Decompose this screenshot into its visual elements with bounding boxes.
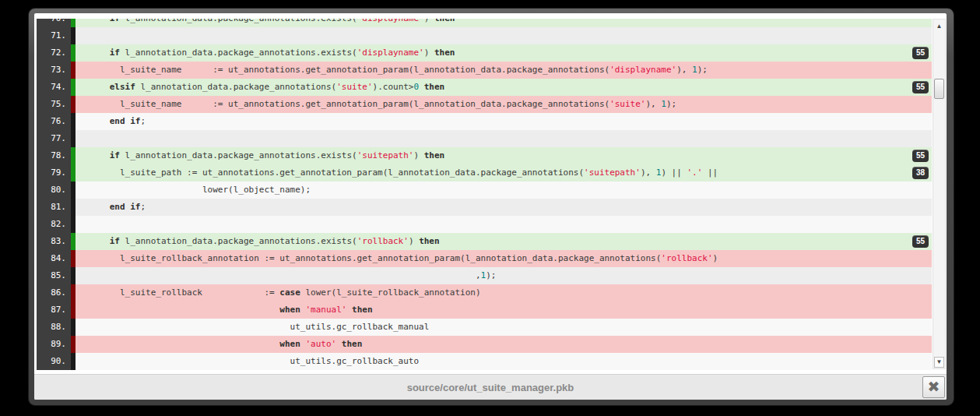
line-number: 71. bbox=[37, 27, 71, 44]
code-text: if l_annotation_data.package_annotations… bbox=[76, 19, 932, 27]
line-number: 79. bbox=[37, 164, 71, 182]
code-line: 77. bbox=[37, 130, 932, 147]
code-line: 72. if l_annotation_data.package_annotat… bbox=[37, 44, 932, 62]
line-number: 78. bbox=[37, 147, 71, 164]
code-text bbox=[76, 216, 932, 233]
code-line: 81. end if; bbox=[37, 199, 932, 216]
code-text: when 'auto' then bbox=[76, 336, 932, 353]
code-line: 75. l_suite_name := ut_annotations.get_a… bbox=[37, 96, 932, 113]
code-text: ,1); bbox=[76, 267, 932, 284]
hit-count-badge: 55 bbox=[912, 150, 929, 162]
code-text bbox=[76, 27, 932, 44]
line-number: 76. bbox=[37, 113, 71, 130]
code-line: 79. l_suite_path := ut_annotations.get_a… bbox=[37, 164, 932, 182]
code-line: 71. bbox=[37, 27, 932, 44]
scrollbar-thumb[interactable] bbox=[934, 79, 944, 99]
code-text: if l_annotation_data.package_annotations… bbox=[76, 147, 932, 164]
code-text: l_suite_name := ut_annotations.get_annot… bbox=[76, 96, 932, 113]
line-number: 85. bbox=[37, 267, 71, 284]
code-text: if l_annotation_data.package_annotations… bbox=[76, 44, 932, 62]
code-line: 76. end if; bbox=[37, 113, 932, 130]
line-number: 88. bbox=[37, 319, 71, 336]
line-number: 87. bbox=[37, 301, 71, 319]
code-line: 88. ut_utils.gc_rollback_manual bbox=[37, 319, 932, 336]
code-line: 89. when 'auto' then bbox=[37, 336, 932, 353]
source-code-coverage-view: 70. if l_annotation_data.package_annotat… bbox=[37, 19, 932, 370]
file-path-label: source/core/ut_suite_manager.pkb bbox=[407, 382, 574, 393]
code-text: when 'manual' then bbox=[76, 301, 932, 319]
file-path-footer: source/core/ut_suite_manager.pkb bbox=[34, 374, 947, 400]
code-line: 87. when 'manual' then bbox=[37, 301, 932, 319]
code-text: l_suite_rollback := case lower(l_suite_r… bbox=[76, 284, 932, 301]
line-number: 77. bbox=[37, 130, 71, 147]
code-line: 74. elsif l_annotation_data.package_anno… bbox=[37, 79, 932, 96]
code-line: 84. l_suite_rollback_annotation := ut_an… bbox=[37, 250, 932, 267]
code-text: if l_annotation_data.package_annotations… bbox=[76, 233, 932, 250]
hit-count-badge: 38 bbox=[912, 167, 929, 179]
code-line: 70. if l_annotation_data.package_annotat… bbox=[37, 19, 932, 27]
code-text bbox=[76, 130, 932, 147]
coverage-report-window: 70. if l_annotation_data.package_annotat… bbox=[28, 8, 954, 406]
hit-count-badge: 55 bbox=[912, 47, 929, 59]
code-line: 82. bbox=[37, 216, 932, 233]
code-line: 85. ,1); bbox=[37, 267, 932, 284]
scroll-up-icon[interactable]: ▲ bbox=[933, 21, 945, 31]
code-text: l_suite_rollback_annotation := ut_annota… bbox=[76, 250, 932, 267]
code-text: l_suite_path := ut_annotations.get_annot… bbox=[76, 164, 932, 182]
line-number: 70. bbox=[37, 19, 71, 27]
code-line: 86. l_suite_rollback := case lower(l_sui… bbox=[37, 284, 932, 301]
code-text: ut_utils.gc_rollback_manual bbox=[76, 319, 932, 336]
hit-count-badge: 55 bbox=[912, 235, 929, 248]
line-number: 86. bbox=[37, 284, 71, 301]
line-number: 90. bbox=[37, 353, 71, 370]
screen-background: 70. if l_annotation_data.package_annotat… bbox=[0, 0, 980, 416]
code-text: end if; bbox=[76, 113, 932, 130]
line-number: 89. bbox=[37, 336, 71, 353]
line-number: 75. bbox=[37, 96, 71, 113]
window-content: 70. if l_annotation_data.package_annotat… bbox=[34, 13, 947, 400]
line-number: 83. bbox=[37, 233, 71, 250]
code-line: 78. if l_annotation_data.package_annotat… bbox=[37, 147, 932, 164]
code-text: elsif l_annotation_data.package_annotati… bbox=[76, 79, 932, 96]
code-line: 83. if l_annotation_data.package_annotat… bbox=[37, 233, 932, 250]
code-line: 80. lower(l_object_name); bbox=[37, 182, 932, 199]
line-number: 73. bbox=[37, 62, 71, 79]
line-number: 82. bbox=[37, 216, 71, 233]
code-line: 90. ut_utils.gc_rollback_auto bbox=[37, 353, 932, 370]
code-text: ut_utils.gc_rollback_auto bbox=[76, 353, 932, 370]
scroll-down-icon[interactable]: ▼ bbox=[934, 357, 944, 368]
hit-count-badge: 55 bbox=[912, 81, 929, 93]
code-text: l_suite_name := ut_annotations.get_annot… bbox=[76, 62, 932, 79]
close-icon[interactable]: ✖ bbox=[922, 376, 945, 398]
code-text: end if; bbox=[76, 199, 932, 216]
vertical-scrollbar[interactable]: ▲ ▼ bbox=[933, 19, 946, 369]
code-line: 73. l_suite_name := ut_annotations.get_a… bbox=[37, 62, 932, 79]
line-number: 81. bbox=[37, 199, 71, 216]
line-number: 72. bbox=[37, 44, 71, 62]
line-number: 84. bbox=[37, 250, 71, 267]
line-number: 74. bbox=[37, 79, 71, 96]
line-number: 80. bbox=[37, 182, 71, 199]
code-text: lower(l_object_name); bbox=[76, 182, 932, 199]
